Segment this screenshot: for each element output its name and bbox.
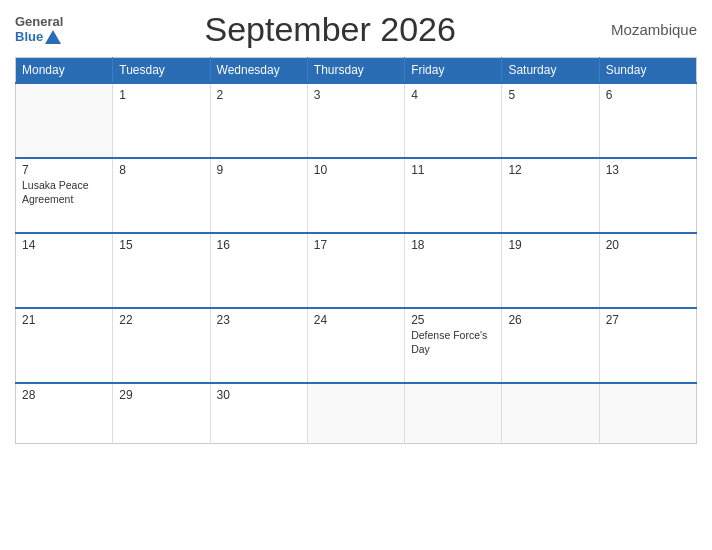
table-row: 18 — [405, 233, 502, 308]
table-row: 4 — [405, 83, 502, 158]
table-row — [502, 383, 599, 443]
logo-triangle-icon — [45, 30, 61, 44]
col-tuesday: Tuesday — [113, 58, 210, 84]
table-row: 7Lusaka Peace Agreement — [16, 158, 113, 233]
day-number: 3 — [314, 88, 321, 102]
calendar-week-row: 7Lusaka Peace Agreement8910111213 — [16, 158, 697, 233]
table-row: 28 — [16, 383, 113, 443]
table-row: 6 — [599, 83, 696, 158]
table-row — [307, 383, 404, 443]
table-row: 26 — [502, 308, 599, 383]
col-wednesday: Wednesday — [210, 58, 307, 84]
table-row — [16, 83, 113, 158]
table-row: 5 — [502, 83, 599, 158]
table-row — [599, 383, 696, 443]
day-number: 2 — [217, 88, 224, 102]
table-row: 20 — [599, 233, 696, 308]
calendar-header-row: Monday Tuesday Wednesday Thursday Friday… — [16, 58, 697, 84]
col-saturday: Saturday — [502, 58, 599, 84]
day-number: 23 — [217, 313, 230, 327]
logo-general-text: General — [15, 15, 63, 29]
logo-blue-text: Blue — [15, 30, 63, 44]
day-number: 30 — [217, 388, 230, 402]
day-number: 4 — [411, 88, 418, 102]
table-row: 29 — [113, 383, 210, 443]
day-number: 11 — [411, 163, 424, 177]
table-row: 23 — [210, 308, 307, 383]
table-row: 11 — [405, 158, 502, 233]
table-row: 14 — [16, 233, 113, 308]
country-label: Mozambique — [597, 21, 697, 38]
event-label: Lusaka Peace Agreement — [22, 179, 106, 206]
table-row: 9 — [210, 158, 307, 233]
table-row: 24 — [307, 308, 404, 383]
table-row: 30 — [210, 383, 307, 443]
table-row: 25Defense Force's Day — [405, 308, 502, 383]
day-number: 22 — [119, 313, 132, 327]
day-number: 5 — [508, 88, 515, 102]
header: General Blue September 2026 Mozambique — [15, 10, 697, 49]
calendar-week-row: 123456 — [16, 83, 697, 158]
col-thursday: Thursday — [307, 58, 404, 84]
day-number: 14 — [22, 238, 35, 252]
table-row: 16 — [210, 233, 307, 308]
col-monday: Monday — [16, 58, 113, 84]
table-row: 12 — [502, 158, 599, 233]
calendar-week-row: 14151617181920 — [16, 233, 697, 308]
day-number: 9 — [217, 163, 224, 177]
table-row: 17 — [307, 233, 404, 308]
table-row: 10 — [307, 158, 404, 233]
event-label: Defense Force's Day — [411, 329, 495, 356]
table-row: 8 — [113, 158, 210, 233]
day-number: 29 — [119, 388, 132, 402]
day-number: 1 — [119, 88, 126, 102]
month-title: September 2026 — [63, 10, 597, 49]
day-number: 21 — [22, 313, 35, 327]
page: General Blue September 2026 Mozambique M… — [0, 0, 712, 550]
logo: General Blue — [15, 15, 63, 44]
table-row: 13 — [599, 158, 696, 233]
day-number: 17 — [314, 238, 327, 252]
table-row: 22 — [113, 308, 210, 383]
day-number: 12 — [508, 163, 521, 177]
table-row: 19 — [502, 233, 599, 308]
table-row: 27 — [599, 308, 696, 383]
day-number: 24 — [314, 313, 327, 327]
table-row: 2 — [210, 83, 307, 158]
day-number: 15 — [119, 238, 132, 252]
calendar-table: Monday Tuesday Wednesday Thursday Friday… — [15, 57, 697, 444]
day-number: 28 — [22, 388, 35, 402]
day-number: 27 — [606, 313, 619, 327]
calendar-week-row: 282930 — [16, 383, 697, 443]
table-row: 1 — [113, 83, 210, 158]
calendar-week-row: 2122232425Defense Force's Day2627 — [16, 308, 697, 383]
day-number: 19 — [508, 238, 521, 252]
day-number: 25 — [411, 313, 424, 327]
day-number: 16 — [217, 238, 230, 252]
col-friday: Friday — [405, 58, 502, 84]
col-sunday: Sunday — [599, 58, 696, 84]
day-number: 13 — [606, 163, 619, 177]
table-row: 15 — [113, 233, 210, 308]
day-number: 18 — [411, 238, 424, 252]
table-row — [405, 383, 502, 443]
day-number: 26 — [508, 313, 521, 327]
day-number: 8 — [119, 163, 126, 177]
day-number: 6 — [606, 88, 613, 102]
day-number: 20 — [606, 238, 619, 252]
table-row: 21 — [16, 308, 113, 383]
day-number: 7 — [22, 163, 29, 177]
table-row: 3 — [307, 83, 404, 158]
day-number: 10 — [314, 163, 327, 177]
